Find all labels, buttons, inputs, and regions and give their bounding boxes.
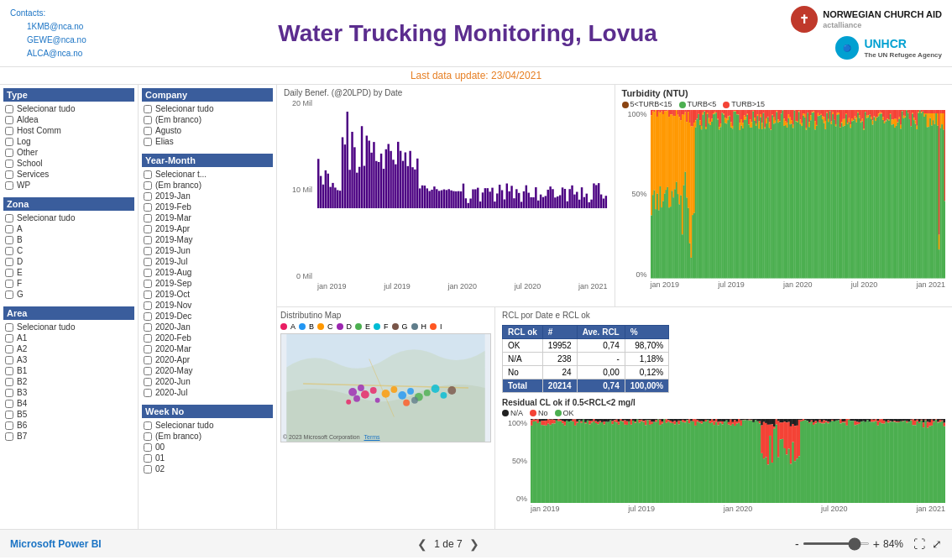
- zona-item-7[interactable]: G: [3, 289, 134, 300]
- expand-icon[interactable]: ⛶: [913, 537, 925, 551]
- type-checkbox-6[interactable]: [5, 170, 13, 179]
- company-checkbox-2[interactable]: [144, 127, 152, 135]
- ym-item-20[interactable]: 2020-Jul: [142, 387, 273, 398]
- ym-checkbox-12[interactable]: [144, 301, 152, 310]
- ym-checkbox-0[interactable]: [144, 170, 152, 179]
- wk-item-2[interactable]: 00: [142, 442, 273, 453]
- powerbi-link[interactable]: Microsoft Power BI: [10, 538, 102, 550]
- area-item-4[interactable]: B1: [3, 365, 134, 376]
- zona-checkbox-6[interactable]: [5, 280, 13, 288]
- company-checkbox-3[interactable]: [144, 138, 152, 146]
- area-checkbox-10[interactable]: [5, 432, 13, 441]
- type-checkbox-5[interactable]: [5, 160, 13, 168]
- type-checkbox-2[interactable]: [5, 127, 13, 135]
- area-item-7[interactable]: B4: [3, 398, 134, 409]
- ym-item-7[interactable]: 2019-Jun: [142, 245, 273, 256]
- area-item-0[interactable]: Selecionar tudo: [3, 322, 134, 332]
- zona-checkbox-5[interactable]: [5, 269, 13, 277]
- ym-checkbox-10[interactable]: [144, 280, 152, 288]
- company-checkbox-0[interactable]: [144, 105, 152, 113]
- map-terms-link[interactable]: Terms: [364, 434, 380, 440]
- zona-checkbox-2[interactable]: [5, 236, 13, 244]
- zona-checkbox-0[interactable]: [5, 214, 13, 222]
- area-item-6[interactable]: B3: [3, 387, 134, 398]
- type-checkbox-4[interactable]: [5, 149, 13, 157]
- zoom-minus-button[interactable]: -: [795, 537, 799, 551]
- fullscreen-icon[interactable]: ⤢: [932, 537, 942, 551]
- zona-item-5[interactable]: E: [3, 267, 134, 278]
- company-checkbox-1[interactable]: [144, 116, 152, 124]
- type-item-5[interactable]: School: [3, 158, 134, 169]
- zona-checkbox-7[interactable]: [5, 290, 13, 299]
- wk-checkbox-3[interactable]: [144, 454, 152, 463]
- zona-item-3[interactable]: C: [3, 245, 134, 256]
- area-checkbox-9[interactable]: [5, 421, 13, 430]
- type-checkbox-7[interactable]: [5, 181, 13, 190]
- area-checkbox-8[interactable]: [5, 411, 13, 419]
- area-item-10[interactable]: B7: [3, 431, 134, 442]
- company-item-0[interactable]: Selecionar tudo: [142, 103, 273, 114]
- ym-checkbox-6[interactable]: [144, 236, 152, 244]
- ym-checkbox-8[interactable]: [144, 258, 152, 266]
- type-item-2[interactable]: Host Comm: [3, 125, 134, 136]
- ym-item-15[interactable]: 2020-Feb: [142, 332, 273, 343]
- area-checkbox-5[interactable]: [5, 378, 13, 386]
- zoom-slider[interactable]: [803, 542, 870, 545]
- ym-item-10[interactable]: 2019-Sep: [142, 278, 273, 289]
- area-item-9[interactable]: B6: [3, 420, 134, 431]
- ym-checkbox-9[interactable]: [144, 269, 152, 277]
- ym-checkbox-19[interactable]: [144, 378, 152, 386]
- ym-item-6[interactable]: 2019-May: [142, 234, 273, 245]
- company-item-2[interactable]: Agusto: [142, 125, 273, 136]
- company-item-1[interactable]: (Em branco): [142, 114, 273, 125]
- zona-checkbox-4[interactable]: [5, 258, 13, 266]
- type-item-6[interactable]: Services: [3, 169, 134, 180]
- ym-checkbox-20[interactable]: [144, 389, 152, 397]
- ym-checkbox-16[interactable]: [144, 345, 152, 353]
- ym-checkbox-15[interactable]: [144, 334, 152, 343]
- zona-checkbox-1[interactable]: [5, 225, 13, 233]
- area-item-5[interactable]: B2: [3, 376, 134, 387]
- area-item-3[interactable]: A3: [3, 354, 134, 365]
- type-item-0[interactable]: Selecionar tudo: [3, 103, 134, 114]
- zona-item-1[interactable]: A: [3, 223, 134, 234]
- ym-checkbox-1[interactable]: [144, 181, 152, 190]
- type-item-3[interactable]: Log: [3, 136, 134, 147]
- ym-checkbox-17[interactable]: [144, 356, 152, 364]
- ym-item-1[interactable]: (Em branco): [142, 180, 273, 191]
- area-checkbox-2[interactable]: [5, 345, 13, 353]
- area-checkbox-6[interactable]: [5, 389, 13, 397]
- wk-checkbox-4[interactable]: [144, 465, 152, 474]
- ym-item-8[interactable]: 2019-Jul: [142, 256, 273, 267]
- ym-checkbox-13[interactable]: [144, 312, 152, 321]
- ym-item-16[interactable]: 2020-Mar: [142, 343, 273, 354]
- type-item-1[interactable]: Aldea: [3, 114, 134, 125]
- area-item-8[interactable]: B5: [3, 409, 134, 420]
- ym-checkbox-18[interactable]: [144, 367, 152, 375]
- zona-item-2[interactable]: B: [3, 234, 134, 245]
- wk-item-0[interactable]: Selecionar tudo: [142, 420, 273, 431]
- wk-checkbox-2[interactable]: [144, 443, 152, 452]
- wk-item-3[interactable]: 01: [142, 453, 273, 463]
- area-item-1[interactable]: A1: [3, 332, 134, 343]
- ym-checkbox-2[interactable]: [144, 192, 152, 201]
- wk-checkbox-1[interactable]: [144, 432, 152, 441]
- ym-item-5[interactable]: 2019-Apr: [142, 223, 273, 234]
- zoom-plus-button[interactable]: +: [873, 537, 880, 551]
- zona-checkbox-3[interactable]: [5, 247, 13, 255]
- ym-item-18[interactable]: 2020-May: [142, 365, 273, 376]
- ym-checkbox-5[interactable]: [144, 225, 152, 233]
- ym-item-11[interactable]: 2019-Oct: [142, 289, 273, 300]
- type-checkbox-1[interactable]: [5, 116, 13, 124]
- area-checkbox-3[interactable]: [5, 356, 13, 364]
- ym-item-19[interactable]: 2020-Jun: [142, 376, 273, 387]
- ym-item-14[interactable]: 2020-Jan: [142, 322, 273, 332]
- ym-item-2[interactable]: 2019-Jan: [142, 191, 273, 201]
- ym-checkbox-11[interactable]: [144, 290, 152, 299]
- wk-checkbox-0[interactable]: [144, 421, 152, 430]
- ym-item-4[interactable]: 2019-Mar: [142, 212, 273, 223]
- ym-item-17[interactable]: 2020-Apr: [142, 354, 273, 365]
- ym-item-9[interactable]: 2019-Aug: [142, 267, 273, 278]
- next-page-button[interactable]: ❯: [469, 537, 479, 551]
- wk-item-1[interactable]: (Em branco): [142, 431, 273, 442]
